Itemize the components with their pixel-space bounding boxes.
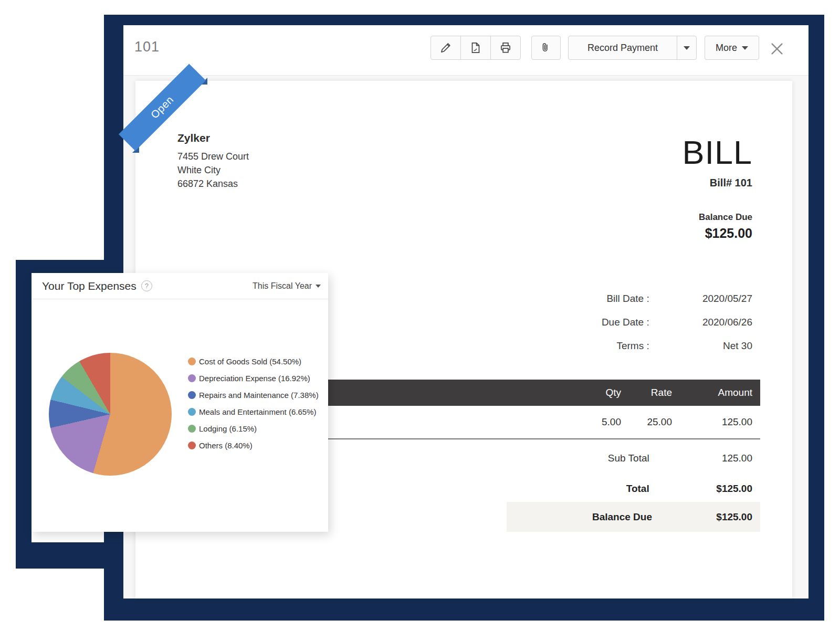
subtotal-row: Sub Total 125.00 bbox=[608, 448, 752, 469]
legend-label: Meals and Entertainment (6.65%) bbox=[199, 407, 316, 416]
edit-button[interactable] bbox=[430, 36, 461, 60]
legend-dot-icon bbox=[188, 391, 196, 399]
legend-label: Lodging (6.15%) bbox=[199, 424, 257, 433]
rate-column-header: Rate bbox=[651, 380, 672, 406]
item-qty: 5.00 bbox=[602, 406, 621, 438]
period-selector-label: This Fiscal Year bbox=[253, 281, 312, 291]
meta-row: Due Date : 2020/06/26 bbox=[602, 310, 752, 334]
subtotal-value: 125.00 bbox=[652, 448, 752, 469]
record-payment-dropdown[interactable] bbox=[677, 36, 696, 59]
more-label: More bbox=[716, 43, 737, 54]
pdf-button[interactable] bbox=[460, 36, 491, 60]
close-icon bbox=[769, 41, 785, 57]
balance-due-header: Balance Due $125.00 bbox=[699, 212, 752, 241]
legend-item: Depreciation Expense (16.92%) bbox=[188, 374, 319, 382]
attachment-button[interactable] bbox=[531, 36, 561, 60]
document-title: 101 bbox=[134, 39, 160, 55]
pdf-file-icon bbox=[469, 41, 482, 55]
expenses-widget-title: Your Top Expenses bbox=[42, 280, 136, 292]
meta-label: Due Date : bbox=[602, 317, 649, 328]
meta-value: 2020/05/27 bbox=[652, 287, 752, 310]
total-label: Total bbox=[626, 483, 649, 494]
legend-dot-icon bbox=[188, 425, 196, 433]
expenses-widget-header: Your Top Expenses ? This Fiscal Year bbox=[32, 273, 328, 299]
expenses-pie[interactable] bbox=[49, 353, 172, 476]
record-payment-split-button: Record Payment bbox=[568, 36, 697, 60]
total-row: Total $125.00 bbox=[626, 478, 752, 499]
decorative-frame-bar bbox=[16, 542, 123, 569]
vendor-address-line: 66872 Kansas bbox=[177, 177, 249, 191]
balance-due-row: Balance Due $125.00 bbox=[507, 502, 760, 532]
legend-label: Others (8.40%) bbox=[199, 441, 253, 450]
qty-column-header: Qty bbox=[605, 380, 621, 406]
pencil-icon bbox=[439, 41, 453, 55]
meta-value: 2020/06/26 bbox=[652, 310, 752, 334]
toolbar-icon-group bbox=[430, 36, 521, 60]
meta-value: Net 30 bbox=[652, 334, 752, 358]
legend-item: Repairs and Maintenance (7.38%) bbox=[188, 391, 319, 399]
subtotal-label: Sub Total bbox=[608, 453, 649, 464]
legend-item: Others (8.40%) bbox=[188, 442, 319, 449]
decorative-frame-bar bbox=[16, 260, 32, 569]
chevron-down-icon bbox=[684, 46, 690, 50]
expenses-widget: Your Top Expenses ? This Fiscal Year Cos… bbox=[32, 273, 328, 532]
period-selector[interactable]: This Fiscal Year bbox=[253, 281, 321, 291]
meta-row: Terms : Net 30 bbox=[602, 334, 752, 358]
more-button[interactable]: More bbox=[705, 36, 759, 60]
bill-heading: BILL Bill# 101 bbox=[682, 136, 752, 190]
balance-due-label: Balance Due bbox=[699, 212, 752, 223]
legend-item: Lodging (6.15%) bbox=[188, 425, 319, 433]
decorative-frame-bar bbox=[16, 260, 123, 274]
balance-due-amount: $125.00 bbox=[699, 225, 752, 241]
meta-label: Terms : bbox=[616, 340, 649, 351]
printer-icon bbox=[499, 41, 512, 55]
legend-item: Meals and Entertainment (6.65%) bbox=[188, 408, 319, 416]
help-icon[interactable]: ? bbox=[141, 280, 152, 291]
doc-type-title: BILL bbox=[682, 136, 752, 169]
balance-due-row-label: Balance Due bbox=[592, 502, 652, 532]
legend-dot-icon bbox=[188, 358, 196, 365]
record-payment-button[interactable]: Record Payment bbox=[569, 36, 677, 59]
status-ribbon: Open bbox=[135, 81, 225, 170]
legend-dot-icon bbox=[188, 442, 196, 449]
status-ribbon-label: Open bbox=[119, 64, 206, 151]
bill-number: Bill# 101 bbox=[682, 176, 752, 190]
item-amount: 125.00 bbox=[722, 406, 752, 438]
balance-due-row-value: $125.00 bbox=[716, 502, 752, 532]
paperclip-icon bbox=[540, 41, 552, 54]
close-button[interactable] bbox=[768, 40, 786, 58]
legend-item: Cost of Goods Sold (54.50%) bbox=[188, 358, 319, 365]
legend-dot-icon bbox=[188, 374, 196, 382]
legend-label: Cost of Goods Sold (54.50%) bbox=[199, 357, 301, 366]
print-button[interactable] bbox=[490, 36, 521, 60]
meta-label: Bill Date : bbox=[606, 293, 649, 304]
legend-label: Depreciation Expense (16.92%) bbox=[199, 374, 310, 383]
chevron-down-icon bbox=[742, 46, 748, 50]
amount-column-header: Amount bbox=[718, 380, 752, 406]
total-value: $125.00 bbox=[652, 478, 752, 499]
meta-row: Bill Date : 2020/05/27 bbox=[602, 287, 752, 310]
chevron-down-icon bbox=[316, 285, 321, 288]
bill-meta: Bill Date : 2020/05/27 Due Date : 2020/0… bbox=[602, 287, 752, 358]
legend-dot-icon bbox=[188, 408, 196, 416]
expenses-legend: Cost of Goods Sold (54.50%) Depreciation… bbox=[188, 358, 319, 458]
item-rate: 25.00 bbox=[647, 406, 672, 438]
toolbar: 101 bbox=[123, 25, 808, 76]
legend-label: Repairs and Maintenance (7.38%) bbox=[199, 391, 319, 400]
